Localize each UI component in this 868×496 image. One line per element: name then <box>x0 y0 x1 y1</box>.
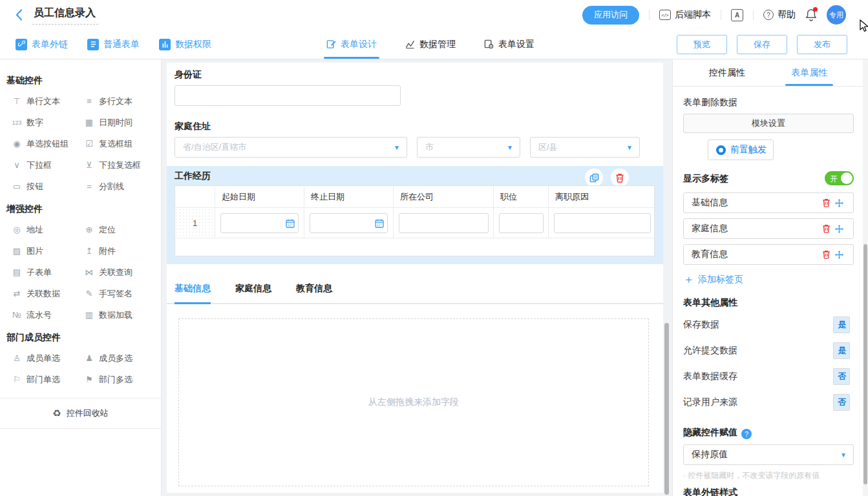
add-tab-page-button[interactable]: ＋ 添加标签页 <box>683 274 854 285</box>
tab-page-item[interactable]: 教育信息 <box>683 244 854 265</box>
enhanced-widgets-grid: ◎地址 ⊕定位 ▨图片 ↥附件 ▤子表单 ⋈关联查询 ⇄关联数据 ✎手写签名 №… <box>0 219 161 326</box>
save-button[interactable]: 保存 <box>737 35 787 54</box>
end-date-input[interactable] <box>310 213 388 233</box>
preview-button[interactable]: 预览 <box>677 35 727 54</box>
move-icon <box>834 198 844 208</box>
widget-checkbox-group[interactable]: ☑复选框组 <box>72 133 161 154</box>
copy-widget-button[interactable] <box>585 169 603 187</box>
col-position: 职位 <box>494 186 549 208</box>
panel-scrollbar-thumb[interactable] <box>863 244 867 484</box>
col-start-date: 起始日期 <box>215 186 304 208</box>
data-permission-button[interactable]: 数据权限 <box>159 39 211 50</box>
clipped-bottom-title: 表单外链样式 <box>683 487 854 496</box>
widget-linked-data[interactable]: ⇄关联数据 <box>0 283 72 304</box>
widget-recycle-bin-button[interactable]: ♻ 控件回收站 <box>0 398 161 429</box>
delete-tab-page-button[interactable] <box>820 250 832 259</box>
move-icon <box>834 224 844 234</box>
widget-lookup-query[interactable]: ⋈关联查询 <box>72 262 161 283</box>
publish-button[interactable]: 发布 <box>797 35 847 54</box>
backend-script-button[interactable]: </> 后端脚本 <box>659 9 711 21</box>
external-link-icon <box>16 39 27 50</box>
leave-reason-input[interactable] <box>554 213 651 233</box>
subform-footer-area <box>175 238 654 256</box>
tab-data-manage[interactable]: 数据管理 <box>405 30 456 59</box>
widget-address[interactable]: ◎地址 <box>0 219 72 240</box>
plain-form-button[interactable]: 普通表单 <box>87 39 140 50</box>
user-source-no-chip[interactable]: 否 <box>833 394 850 411</box>
widget-member-multi[interactable]: ♟成员多选 <box>72 347 161 369</box>
tab-page-item[interactable]: 基础信息 <box>683 192 854 213</box>
widget-select[interactable]: ∨下拉框 <box>0 154 72 176</box>
widget-multi-line-text[interactable]: ≡多行文本 <box>72 90 161 112</box>
radio-pre-trigger[interactable]: 前置触发 <box>708 140 774 160</box>
widget-signature[interactable]: ✎手写签名 <box>72 283 161 304</box>
company-input[interactable] <box>399 213 489 233</box>
canvas-tab-family-info[interactable]: 家庭信息 <box>235 277 271 304</box>
canvas-tab-basic-info[interactable]: 基础信息 <box>175 277 211 304</box>
module-settings-button[interactable]: 模块设置 <box>683 114 854 133</box>
notification-bell-button[interactable] <box>805 8 817 21</box>
form-external-link-button[interactable]: 表单外链 <box>16 39 68 50</box>
district-select[interactable]: 区/县 ▼ <box>530 137 640 158</box>
data-cache-no-chip[interactable]: 否 <box>833 368 850 385</box>
question-icon: ? <box>763 10 774 20</box>
id-card-input[interactable] <box>175 85 401 106</box>
widget-dept-multi[interactable]: ⚑部门多选 <box>72 369 161 390</box>
tab-form-settings[interactable]: 表单设置 <box>484 30 535 59</box>
widget-datetime[interactable]: ▦日期时间 <box>72 112 161 133</box>
multi-tab-toggle[interactable]: 开 <box>825 171 854 185</box>
move-tab-page-handle[interactable] <box>832 250 845 260</box>
member-single-icon: ♙ <box>11 353 23 363</box>
app-access-button[interactable]: 应用访问 <box>582 6 639 25</box>
widget-member-single[interactable]: ♙成员单选 <box>0 347 72 369</box>
position-input[interactable] <box>499 213 544 233</box>
hidden-assign-select[interactable]: 保持原值 ▼ <box>683 444 854 465</box>
field-dropzone[interactable]: 从左侧拖拽来添加字段 <box>178 318 649 486</box>
hidden-assign-note: · 控件被隐藏时，不改变该字段的原有值 <box>683 470 854 481</box>
tab-form-design[interactable]: 表单设计 <box>326 30 377 59</box>
start-date-input[interactable] <box>220 213 299 233</box>
city-select[interactable]: 市 ▼ <box>417 137 520 158</box>
tab-form-props[interactable]: 表单属性 <box>768 59 851 86</box>
section-basic-widgets: 基础控件 <box>6 75 161 87</box>
header-actions: 应用访问 </> 后端脚本 A ? 帮助 专用 <box>582 5 868 25</box>
widget-dept-single[interactable]: ⚐部门单选 <box>0 369 72 390</box>
back-button[interactable] <box>12 8 26 22</box>
hidden-assign-title-row: 隐藏控件赋值? <box>683 426 854 439</box>
widget-radio-group[interactable]: ◉单选按钮组 <box>0 133 72 154</box>
move-tab-page-handle[interactable] <box>832 224 845 234</box>
avatar[interactable]: 专用 <box>827 5 846 25</box>
widget-data-load[interactable]: ▥数据加载 <box>72 304 161 326</box>
language-icon[interactable]: A <box>731 9 743 21</box>
widget-multi-select[interactable]: ⊻下拉复选框 <box>72 154 161 176</box>
tab-widget-props[interactable]: 控件属性 <box>686 59 768 86</box>
help-circle-icon[interactable]: ? <box>741 429 752 439</box>
save-data-yes-chip[interactable]: 是 <box>833 316 850 333</box>
widget-subform[interactable]: ▤子表单 <box>0 262 72 283</box>
row-number-cell[interactable]: 1 <box>175 208 215 238</box>
help-button[interactable]: ? 帮助 <box>763 9 796 21</box>
data-load-icon: ▥ <box>83 310 95 320</box>
allow-submit-yes-chip[interactable]: 是 <box>833 342 850 359</box>
tab-page-item[interactable]: 家庭信息 <box>683 218 854 239</box>
delete-widget-button[interactable] <box>611 169 629 187</box>
widget-location[interactable]: ⊕定位 <box>72 219 161 240</box>
dept-multi-icon: ⚑ <box>83 375 95 384</box>
widget-image[interactable]: ▨图片 <box>0 240 72 262</box>
attachment-icon: ↥ <box>83 246 95 256</box>
canvas-scrollbar[interactable] <box>664 323 669 495</box>
widget-attachment[interactable]: ↥附件 <box>72 240 161 262</box>
subform-work-experience[interactable]: 工作经历 <box>167 166 663 264</box>
canvas-tab-education-info[interactable]: 教育信息 <box>296 277 332 304</box>
widget-button[interactable]: ▭按钮 <box>0 176 72 197</box>
widget-serial-number[interactable]: №流水号 <box>0 304 72 326</box>
delete-tab-page-button[interactable] <box>820 198 832 207</box>
widget-number[interactable]: 123数字 <box>0 112 72 133</box>
province-select[interactable]: 省/自治区/直辖市 ▼ <box>175 137 407 158</box>
widget-single-line-text[interactable]: ⊤单行文本 <box>0 90 72 112</box>
col-company: 所在公司 <box>394 186 494 208</box>
delete-tab-page-button[interactable] <box>820 224 832 233</box>
subform-header-row: 起始日期 终止日期 所在公司 职位 离职原因 <box>175 186 654 208</box>
widget-divider[interactable]: =分割线 <box>72 176 161 197</box>
move-tab-page-handle[interactable] <box>832 198 845 208</box>
